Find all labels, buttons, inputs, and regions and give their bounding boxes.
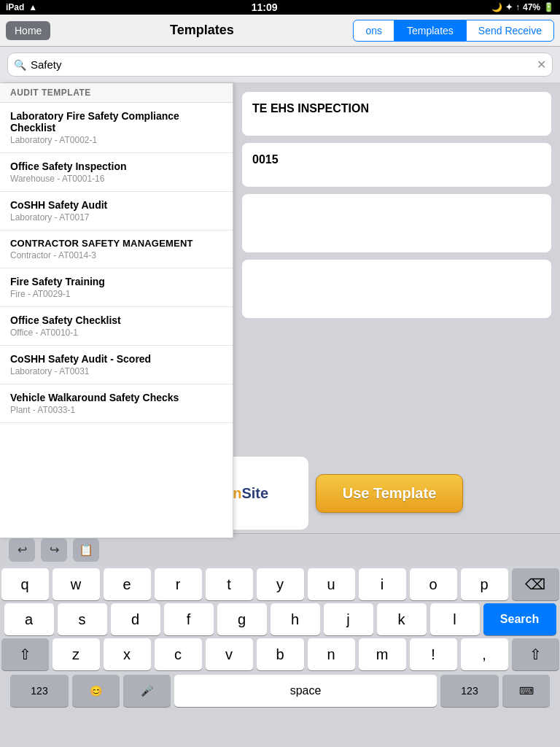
list-item[interactable]: CoSHH Safety Audit - Scored Laboratory -…: [0, 346, 233, 384]
key-d[interactable]: d: [111, 603, 160, 635]
key-q[interactable]: q: [1, 568, 49, 600]
tab-actions[interactable]: ons: [353, 20, 394, 42]
list-item[interactable]: CONTRACTOR SAFETY MANAGEMENT Contractor …: [0, 231, 233, 268]
key-x[interactable]: x: [104, 638, 151, 670]
key-j[interactable]: j: [324, 603, 373, 635]
mic-key[interactable]: 🎤: [123, 675, 171, 707]
key-v[interactable]: v: [206, 638, 253, 670]
use-template-button[interactable]: Use Template: [316, 474, 464, 513]
list-item[interactable]: Office Safety Checklist Office - AT0010-…: [0, 307, 233, 346]
status-time: 11:09: [252, 1, 278, 13]
key-row-bottom: 123 😊 🎤 space 123 ⌨: [2, 675, 558, 707]
item-title: Fire Safety Training: [10, 276, 222, 287]
key-z[interactable]: z: [52, 638, 100, 670]
keyboard-toolbar: ↩ ↪ 📋: [0, 533, 560, 565]
moon-icon: 🌙: [491, 2, 502, 12]
search-bar-container: 🔍 ✕: [0, 47, 560, 83]
shift-right-key[interactable]: ⇧: [512, 638, 559, 670]
status-bar: iPad ▲ 11:09 🌙 ✦ ↑ 47% 🔋: [0, 0, 560, 15]
numbers-key-right[interactable]: 123: [440, 675, 499, 707]
key-w[interactable]: w: [52, 568, 100, 600]
content-card-2: 0015: [242, 143, 551, 187]
key-a[interactable]: a: [4, 603, 54, 635]
numbers-key-left[interactable]: 123: [10, 675, 69, 707]
item-subtitle: Warehouse - AT0001-16: [10, 174, 222, 184]
redo-button[interactable]: ↪: [41, 538, 67, 562]
backspace-key[interactable]: ⌫: [512, 568, 559, 600]
key-i[interactable]: i: [359, 568, 406, 600]
key-comma[interactable]: ,: [461, 638, 508, 670]
item-subtitle: Laboratory - AT0017: [10, 212, 222, 222]
key-l[interactable]: l: [430, 603, 480, 635]
search-clear-button[interactable]: ✕: [537, 58, 546, 71]
page-title: Templates: [56, 23, 347, 38]
item-subtitle: Fire - AT0029-1: [10, 289, 222, 299]
wifi-icon: ▲: [28, 2, 37, 12]
search-wrapper: 🔍 ✕: [7, 53, 553, 77]
status-left: iPad ▲: [6, 2, 37, 12]
home-button[interactable]: Home: [6, 21, 50, 40]
list-item[interactable]: Office Safety Inspection Warehouse - AT0…: [0, 153, 233, 192]
search-icon: 🔍: [14, 59, 26, 71]
key-h[interactable]: h: [271, 603, 320, 635]
key-g[interactable]: g: [217, 603, 267, 635]
card-1-text: TE EHS INSPECTION: [252, 102, 369, 115]
template-dropdown-list: AUDIT TEMPLATE Laboratory Fire Safety Co…: [0, 83, 233, 538]
nav-tabs: ons Templates Send Receive: [353, 20, 554, 42]
item-subtitle: Plant - AT0033-1: [10, 405, 222, 415]
tab-templates[interactable]: Templates: [394, 20, 466, 42]
list-item[interactable]: Laboratory Fire Safety Compliance Checkl…: [0, 103, 233, 153]
content-card-3: [242, 194, 551, 252]
key-b[interactable]: b: [257, 638, 304, 670]
key-o[interactable]: o: [410, 568, 457, 600]
item-title: CoSHH Safety Audit - Scored: [10, 353, 222, 365]
list-item[interactable]: Vehicle Walkaround Safety Checks Plant -…: [0, 384, 233, 423]
clipboard-button[interactable]: 📋: [73, 538, 99, 562]
key-n[interactable]: n: [308, 638, 355, 670]
signal-icon: ↑: [516, 2, 520, 12]
tab-send-receive[interactable]: Send Receive: [466, 20, 554, 42]
item-title: CoSHH Safety Audit: [10, 199, 222, 211]
key-s[interactable]: s: [58, 603, 107, 635]
key-y[interactable]: y: [257, 568, 304, 600]
shift-key[interactable]: ⇧: [1, 638, 49, 670]
content-card-1: TE EHS INSPECTION: [242, 92, 551, 136]
item-title: Laboratory Fire Safety Compliance Checkl…: [10, 110, 222, 133]
key-row-2: a s d f g h j k l Search: [2, 603, 558, 635]
space-key[interactable]: space: [174, 675, 437, 707]
battery-label: 47%: [523, 2, 540, 12]
status-right: 🌙 ✦ ↑ 47% 🔋: [491, 2, 554, 12]
key-m[interactable]: m: [359, 638, 406, 670]
list-item[interactable]: CoSHH Safety Audit Laboratory - AT0017: [0, 192, 233, 231]
key-e[interactable]: e: [104, 568, 151, 600]
key-r[interactable]: r: [155, 568, 202, 600]
undo-button[interactable]: ↩: [9, 538, 35, 562]
key-row-1: q w e r t y u i o p ⌫: [2, 568, 558, 600]
item-title: Office Safety Checklist: [10, 314, 222, 326]
carrier-label: iPad: [6, 2, 24, 12]
key-c[interactable]: c: [155, 638, 202, 670]
key-f[interactable]: f: [164, 603, 214, 635]
battery-icon: 🔋: [543, 2, 554, 12]
item-title: Vehicle Walkaround Safety Checks: [10, 392, 222, 403]
item-title: Office Safety Inspection: [10, 160, 222, 172]
search-input[interactable]: [31, 58, 532, 71]
item-title: CONTRACTOR SAFETY MANAGEMENT: [10, 238, 222, 249]
list-item[interactable]: Fire Safety Training Fire - AT0029-1: [0, 268, 233, 307]
emoji-key[interactable]: 😊: [72, 675, 120, 707]
key-row-3: ⇧ z x c v b n m ! , ⇧: [2, 638, 558, 670]
card-2-text: 0015: [252, 153, 279, 166]
key-k[interactable]: k: [377, 603, 427, 635]
item-subtitle: Office - AT0010-1: [10, 328, 222, 338]
item-subtitle: Laboratory - AT0002-1: [10, 135, 222, 145]
item-subtitle: Contractor - AT0014-3: [10, 250, 222, 260]
hide-keyboard-key[interactable]: ⌨: [502, 675, 550, 707]
nav-bar: Home Templates ons Templates Send Receiv…: [0, 15, 560, 47]
key-p[interactable]: p: [461, 568, 508, 600]
keyboard-rows: q w e r t y u i o p ⌫ a s d f g h j k l …: [0, 565, 560, 707]
key-exclaim[interactable]: !: [410, 638, 457, 670]
search-key[interactable]: Search: [483, 603, 556, 635]
key-u[interactable]: u: [308, 568, 355, 600]
key-t[interactable]: t: [206, 568, 253, 600]
keyboard: ↩ ↪ 📋 q w e r t y u i o p ⌫ a s d f g h …: [0, 533, 560, 747]
